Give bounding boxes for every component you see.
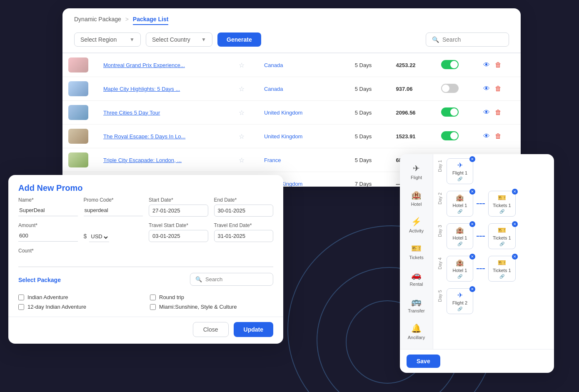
package-checkbox-label-indian_adventure: Indian Adventure [27, 294, 68, 300]
region-select-label: Select Region [80, 36, 117, 43]
favorite-star-icon[interactable]: ☆ [239, 157, 245, 164]
generate-button[interactable]: Generate [217, 32, 261, 47]
package-checkbox-indian_adventure[interactable] [18, 295, 24, 300]
package-thumbnail [68, 152, 88, 167]
card-action-link[interactable]: 🔗 [499, 242, 504, 246]
status-toggle[interactable] [441, 107, 459, 117]
delete-icon[interactable]: 🗑 [495, 109, 502, 116]
card-close-badge[interactable]: ✕ [512, 254, 518, 260]
sidebar-item-rental[interactable]: 🚗 Rental [400, 266, 433, 291]
country-select-label: Select Country [152, 36, 190, 43]
package-search-box: 🔍 [190, 273, 273, 286]
favorite-star-icon[interactable]: ☆ [239, 109, 245, 116]
card-action-link[interactable]: 🔗 [499, 209, 504, 214]
package-checkbox-miami[interactable] [150, 304, 156, 310]
card-action-link[interactable]: 🔗 [457, 274, 462, 279]
day-content-4: ✕ 🏨 Hotel 1 🔗 ✕ 🎫 Tickets 1 🔗 [447, 256, 551, 282]
promo-code-input[interactable] [84, 205, 143, 216]
toggle-knob [450, 108, 458, 116]
flow-card-hotel-2[interactable]: ✕ 🏨 Hotel 1 🔗 [447, 191, 473, 217]
sidebar-item-ancillary[interactable]: 🔔 Ancillary [400, 319, 433, 344]
view-icon[interactable]: 👁 [483, 109, 490, 116]
card-action-link[interactable]: 🔗 [457, 177, 462, 181]
delete-icon[interactable]: 🗑 [495, 61, 502, 69]
duration-text: 7 Days [355, 181, 372, 187]
view-icon[interactable]: 👁 [483, 61, 490, 69]
save-button[interactable]: Save [407, 355, 440, 368]
card-action-link[interactable]: 🔗 [457, 307, 462, 311]
sidebar-item-flight[interactable]: ✈ Flight [400, 159, 433, 184]
favorite-star-icon[interactable]: ☆ [239, 85, 245, 92]
package-name-link[interactable]: Maple City Highlights: 5 Days ... [103, 86, 180, 92]
sidebar-item-hotel[interactable]: 🏨 Hotel [400, 186, 433, 211]
update-button[interactable]: Update [234, 322, 273, 337]
package-name-link[interactable]: The Royal Escape: 5 Days In Lo... [103, 133, 185, 140]
promo-modal-footer: Close Update [8, 317, 283, 344]
card-close-badge[interactable]: ✕ [469, 221, 475, 227]
form-group-end-date: End Date* [214, 197, 274, 217]
search-input[interactable] [442, 36, 501, 43]
form-group-count: Count* [18, 248, 273, 267]
select-package-title: Select Package [18, 277, 61, 283]
package-name-link[interactable]: Montreal Grand Prix Experience... [103, 62, 185, 68]
country-chevron-icon: ▼ [201, 37, 206, 42]
form-row-2: Amount* $ USD EUR Travel Start Date* Tra… [18, 222, 273, 242]
view-icon[interactable]: 👁 [483, 85, 490, 92]
package-checkbox-round_trip[interactable] [150, 295, 156, 300]
count-input[interactable] [18, 255, 273, 267]
status-toggle[interactable] [441, 131, 459, 140]
flow-card-tickets-3[interactable]: ✕ 🎫 Tickets 1 🔗 [488, 223, 516, 249]
favorite-star-icon[interactable]: ☆ [239, 62, 245, 69]
card-close-badge[interactable]: ✕ [469, 286, 475, 292]
status-toggle[interactable] [441, 84, 459, 93]
delete-icon[interactable]: 🗑 [495, 132, 502, 140]
flow-card-hotel-3[interactable]: ✕ 🏨 Hotel 1 🔗 [447, 223, 473, 249]
flow-card-flight-5[interactable]: ✕ ✈ Flight 2 🔗 [447, 288, 473, 314]
flow-arrow-dashed [477, 268, 485, 269]
amount-input[interactable] [18, 230, 78, 242]
flow-card-flight-1[interactable]: ✕ ✈ Flight 1 🔗 [447, 158, 473, 184]
tickets-card-icon: 🎫 [498, 259, 506, 267]
package-checkbox-12_day_indian[interactable] [18, 304, 24, 310]
flow-card-tickets-2[interactable]: ✕ 🎫 Tickets 1 🔗 [488, 191, 516, 217]
package-search-input[interactable] [205, 276, 260, 282]
day-row-4: Day 4 ✕ 🏨 Hotel 1 🔗 ✕ 🎫 Tickets 1 🔗 [437, 256, 551, 282]
sidebar-item-activity[interactable]: ⚡ Activity [400, 212, 433, 237]
travel-end-label: Travel End Date* [214, 222, 274, 228]
flight-icon: ✈ [413, 163, 420, 173]
flow-card-hotel-4[interactable]: ✕ 🏨 Hotel 1 🔗 [447, 256, 473, 282]
status-toggle[interactable] [441, 60, 459, 69]
card-action-link[interactable]: 🔗 [499, 274, 504, 279]
country-name: United Kingdom [264, 133, 303, 140]
favorite-star-icon[interactable]: ☆ [239, 133, 245, 140]
card-close-badge[interactable]: ✕ [469, 189, 475, 195]
sidebar-item-transfer[interactable]: 🚌 Transfer [400, 292, 433, 317]
start-date-input[interactable] [149, 205, 208, 217]
card-close-badge[interactable]: ✕ [512, 221, 518, 227]
day-panel-sidebar: ✈ Flight 🏨 Hotel ⚡ Activity 🎫 Tickets 🚗 … [400, 154, 433, 349]
tickets-icon: 🎫 [411, 243, 422, 253]
card-close-badge[interactable]: ✕ [469, 254, 475, 260]
flow-card-tickets-4[interactable]: ✕ 🎫 Tickets 1 🔗 [488, 256, 516, 282]
region-select[interactable]: Select Region ▼ [74, 32, 141, 47]
card-actions: 🔗 [457, 242, 462, 246]
travel-end-input[interactable] [214, 230, 274, 242]
package-checkbox-label-miami: Miami:Sunshine, Style & Culture [159, 304, 237, 310]
sidebar-item-tickets[interactable]: 🎫 Tickets [400, 239, 433, 264]
search-icon: 🔍 [432, 36, 439, 43]
card-action-link[interactable]: 🔗 [457, 242, 462, 246]
view-icon[interactable]: 👁 [483, 132, 490, 140]
price-text: 1523.91 [396, 133, 416, 140]
package-name-link[interactable]: Triple City Escapade: London, ... [103, 157, 182, 163]
currency-select[interactable]: USD EUR [89, 233, 109, 242]
country-select[interactable]: Select Country ▼ [146, 32, 212, 47]
card-action-link[interactable]: 🔗 [457, 209, 462, 214]
card-close-badge[interactable]: ✕ [469, 156, 475, 162]
end-date-input[interactable] [214, 205, 274, 217]
travel-start-input[interactable] [149, 230, 208, 242]
name-input[interactable] [18, 205, 78, 216]
card-close-badge[interactable]: ✕ [512, 189, 518, 195]
close-button[interactable]: Close [193, 322, 229, 337]
package-name-link[interactable]: Three Cities 5 Day Tour [103, 110, 160, 116]
delete-icon[interactable]: 🗑 [495, 85, 502, 92]
